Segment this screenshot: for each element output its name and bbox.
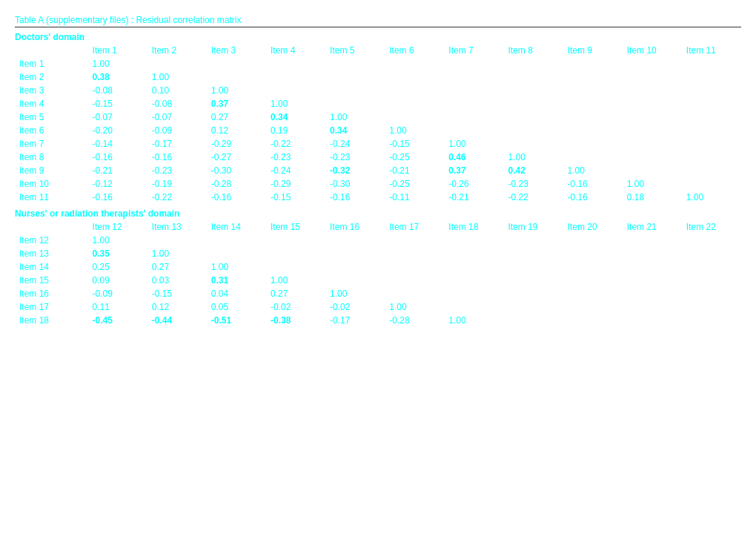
nurses-table: Item 12Item 13Item 14Item 15Item 16Item … — [15, 220, 741, 327]
cell-value: -0.09 — [88, 287, 147, 300]
cell-value: -0.28 — [385, 314, 444, 327]
cell-value: -0.16 — [563, 191, 623, 204]
cell-value — [385, 247, 444, 260]
col-header-item-12: Item 12 — [88, 220, 147, 234]
cell-value — [563, 260, 623, 274]
cell-value — [682, 57, 741, 70]
cell-value: 0.19 — [266, 124, 325, 137]
table-row: Item 11-0.16-0.22-0.16-0.15-0.16-0.11-0.… — [15, 191, 741, 204]
cell-value — [266, 260, 325, 274]
cell-value: -0.14 — [88, 137, 147, 151]
cell-value — [682, 84, 741, 97]
cell-value — [266, 84, 325, 97]
table-row: Item 6-0.20-0.090.120.190.341.00 — [15, 124, 741, 137]
cell-value: 0.35 — [88, 247, 147, 260]
cell-value: -0.22 — [147, 191, 207, 204]
cell-value — [503, 287, 563, 300]
doctors-table: Item 1Item 2Item 3Item 4Item 5Item 6Item… — [15, 44, 741, 204]
row-label: Item 1 — [15, 57, 88, 70]
row-label: Item 10 — [15, 177, 88, 191]
cell-value: -0.23 — [325, 151, 385, 164]
cell-value — [444, 97, 503, 111]
cell-value: -0.11 — [385, 191, 444, 204]
cell-value: -0.07 — [88, 111, 147, 124]
col-header-item-22: Item 22 — [682, 220, 741, 234]
cell-value — [444, 300, 503, 314]
cell-value — [266, 57, 325, 70]
cell-value — [444, 124, 503, 137]
cell-value — [563, 287, 623, 300]
cell-value — [444, 57, 503, 70]
cell-value: 1.00 — [623, 177, 682, 191]
cell-value — [503, 234, 563, 247]
cell-value: 0.03 — [147, 274, 207, 287]
cell-value: -0.21 — [88, 164, 147, 177]
col-header-item-8: Item 8 — [503, 44, 563, 57]
cell-value: 1.00 — [147, 70, 207, 84]
row-label: Item 2 — [15, 70, 88, 84]
cell-value — [503, 137, 563, 151]
cell-value — [623, 274, 682, 287]
cell-value: 0.34 — [325, 124, 385, 137]
col-header-item-5: Item 5 — [325, 44, 385, 57]
row-label: Item 16 — [15, 287, 88, 300]
cell-value: 1.00 — [444, 137, 503, 151]
cell-value — [682, 274, 741, 287]
cell-value: 0.12 — [147, 300, 207, 314]
cell-value: -0.25 — [385, 151, 444, 164]
col-header-item-6: Item 6 — [385, 44, 444, 57]
cell-value — [207, 57, 266, 70]
cell-value — [563, 57, 623, 70]
cell-value — [444, 247, 503, 260]
cell-value: -0.29 — [266, 177, 325, 191]
cell-value — [563, 111, 623, 124]
cell-value: 0.12 — [207, 124, 266, 137]
col-header-item-21: Item 21 — [623, 220, 682, 234]
cell-value — [623, 247, 682, 260]
cell-value: -0.21 — [444, 191, 503, 204]
cell-value — [325, 274, 385, 287]
cell-value: -0.44 — [147, 314, 207, 327]
col-header-item-15: Item 15 — [266, 220, 325, 234]
cell-value — [147, 57, 207, 70]
cell-value — [682, 111, 741, 124]
cell-value — [623, 151, 682, 164]
cell-value — [325, 247, 385, 260]
cell-value — [444, 287, 503, 300]
cell-value: -0.16 — [563, 177, 623, 191]
cell-value — [325, 97, 385, 111]
cell-value: -0.22 — [266, 137, 325, 151]
cell-value — [623, 111, 682, 124]
row-label: Item 5 — [15, 111, 88, 124]
cell-value — [385, 234, 444, 247]
cell-value: -0.23 — [147, 164, 207, 177]
table-row: Item 18-0.45-0.44-0.51-0.38-0.17-0.281.0… — [15, 314, 741, 327]
table-row: Item 10-0.12-0.19-0.28-0.29-0.30-0.25-0.… — [15, 177, 741, 191]
cell-value: 0.42 — [503, 164, 563, 177]
col-header-item-11: Item 11 — [682, 44, 741, 57]
cell-value — [682, 247, 741, 260]
row-label: Item 9 — [15, 164, 88, 177]
cell-value — [444, 84, 503, 97]
cell-value: 0.37 — [444, 164, 503, 177]
cell-value: 1.00 — [563, 164, 623, 177]
cell-value: 1.00 — [385, 124, 444, 137]
table-row: Item 16-0.09-0.150.040.271.00 — [15, 287, 741, 300]
table-row: Item 121.00 — [15, 234, 741, 247]
cell-value: -0.20 — [88, 124, 147, 137]
cell-value — [503, 84, 563, 97]
cell-value: -0.15 — [385, 137, 444, 151]
cell-value — [682, 300, 741, 314]
col-header-item-10: Item 10 — [623, 44, 682, 57]
doctors-domain-header: Doctors' domain — [15, 32, 741, 42]
cell-value: 0.04 — [207, 287, 266, 300]
cell-value — [503, 314, 563, 327]
col-header-item-4: Item 4 — [266, 44, 325, 57]
cell-value — [682, 287, 741, 300]
table-row: Item 140.250.271.00 — [15, 260, 741, 274]
col-header-item-9: Item 9 — [563, 44, 623, 57]
cell-value: 0.05 — [207, 300, 266, 314]
cell-value — [623, 70, 682, 84]
cell-value: -0.23 — [503, 177, 563, 191]
cell-value — [563, 234, 623, 247]
